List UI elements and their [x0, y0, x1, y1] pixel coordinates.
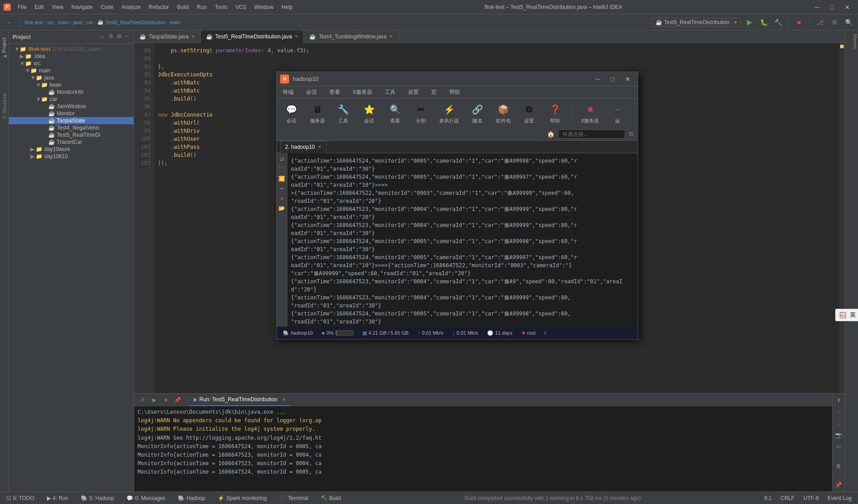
status-messages[interactable]: 💬 0: Messages [124, 494, 168, 502]
status-crlf[interactable]: CRLF [778, 494, 797, 502]
minimize-button[interactable]: ─ [811, 3, 824, 12]
menu-tools[interactable]: Tools [211, 2, 231, 12]
run-log4j-link[interactable]: http://logging.apache.org/log4j/1.2/faq.… [186, 435, 321, 441]
tree-main[interactable]: ▼ 📁 main [9, 67, 134, 74]
status-hadoop[interactable]: 🐘 5: Hadoop [78, 494, 117, 502]
hadoop-tool-search[interactable]: 🔍 查看 [384, 101, 406, 126]
maximize-button[interactable]: □ [826, 3, 838, 12]
side-btn-2[interactable]: ⬛ [278, 165, 286, 173]
stop-button[interactable]: ■ [793, 17, 805, 28]
hadoop-terminal-output[interactable]: {"actionTime":1686647524,"monitorId":"00… [287, 153, 638, 327]
tree-bean[interactable]: ▼ 📁 bean [9, 81, 134, 88]
hadoop-menu-xserver[interactable]: X服务器 [350, 88, 375, 97]
back-button[interactable]: ← [4, 17, 15, 28]
run-config-dropdown[interactable]: ☕ Test5_RealTimeDistribution ▾ [652, 18, 741, 27]
bc-java[interactable]: java [73, 20, 82, 25]
run-scroll-down[interactable]: ↓ [834, 419, 844, 428]
hadoop-menu-terminal[interactable]: 终端 [280, 88, 296, 97]
debug-button[interactable]: 🐛 [758, 17, 770, 28]
status-hadoop2[interactable]: 🐘 Hadoop [175, 494, 208, 502]
add-icon[interactable]: ＋ [99, 32, 106, 42]
hadoop-close-btn[interactable]: ✕ [622, 75, 634, 84]
status-eventlog[interactable]: Event Log [825, 494, 854, 502]
status-spark[interactable]: ⚡ Spark monitoring [215, 494, 269, 502]
hadoop-minimize-btn[interactable]: ─ [592, 75, 604, 84]
menu-run[interactable]: Run [193, 2, 210, 12]
hadoop-tool-helpbtn[interactable]: ❓ 帮助 [544, 101, 566, 126]
tree-taopaistate[interactable]: ▶ ☕ TaopaiState [9, 117, 134, 124]
project-tab[interactable]: ▶ Project [1, 34, 7, 63]
run-restart-btn[interactable]: ↺ [138, 395, 147, 405]
tree-src[interactable]: ▼ 📁 src [9, 60, 134, 67]
tree-tracertcar[interactable]: ▶ ☕ TracertCar [9, 139, 134, 146]
settings-icon[interactable]: ⚙ [108, 32, 114, 42]
tree-idea[interactable]: ▶ 📁 .idea [9, 53, 134, 60]
hadoop-menu-settings[interactable]: 设置 [405, 88, 421, 97]
refresh-icon[interactable]: ↻ [629, 130, 634, 138]
tree-jamwindow[interactable]: ▶ ☕ JamWindow [9, 103, 134, 110]
run-trash[interactable]: 🗑 [834, 461, 844, 471]
hadoop-tool-session[interactable]: 💬 会话 [280, 101, 303, 126]
run-scroll-top[interactable]: ⬆ [834, 395, 844, 405]
maven-tab[interactable]: Maven [845, 30, 858, 52]
close-button[interactable]: ✕ [840, 3, 854, 12]
hadoop-tool-cfg[interactable]: ⚙ 设置 [518, 101, 540, 126]
tree-monitorinfo[interactable]: ▶ ☕ MonitorInfo [9, 88, 134, 96]
status-run[interactable]: ▶ 4: Run [44, 494, 71, 502]
bc-method[interactable]: main [170, 20, 181, 25]
tree-day10work[interactable]: ▶ 📁 day10work [9, 146, 134, 153]
run-pin2[interactable]: 📌 [834, 480, 844, 490]
tree-day10610[interactable]: ▶ 📁 day10610 [9, 153, 134, 160]
hadoop-menu-tools[interactable]: 工具 [382, 88, 398, 97]
tab-taopaistate[interactable]: ☕ TaopaiState.java ✕ [134, 30, 201, 43]
run-pin-btn[interactable]: 📌 [172, 395, 182, 405]
tree-car[interactable]: ▼ 📁 car [9, 96, 134, 103]
tab-test4-close[interactable]: ✕ [389, 34, 393, 39]
status-terminal[interactable]: ⬛ Terminal [277, 494, 311, 502]
hadoop-maximize-btn[interactable]: □ [607, 75, 618, 84]
hadoop-tool-fav[interactable]: ⭐ 会话 [358, 101, 380, 126]
hadoop-tool-more[interactable]: → 远 [606, 101, 628, 126]
menu-view[interactable]: View [48, 2, 67, 12]
run-play-btn[interactable]: ▶ [149, 395, 159, 405]
bc-car[interactable]: car [86, 20, 93, 25]
collapse-icon[interactable]: ─ [124, 32, 130, 42]
status-position[interactable]: 9:1 [761, 494, 774, 502]
menu-bar[interactable]: File Edit View Navigate Code Analyze Ref… [14, 2, 296, 12]
menu-edit[interactable]: Edit [31, 2, 47, 12]
side-btn-5[interactable]: ● [278, 194, 286, 202]
window-controls[interactable]: ─ □ ✕ [811, 3, 854, 12]
expand-icon[interactable]: ⊞ [116, 32, 122, 42]
bc-main[interactable]: main [58, 20, 69, 25]
build-button[interactable]: 🔨 [772, 17, 784, 28]
hadoop-tab-1-close[interactable]: ✕ [318, 144, 321, 149]
hadoop-menu-macro[interactable]: 宏 [429, 88, 439, 97]
bc-class[interactable]: ☕Test5_RealTimeDistribution [97, 19, 165, 25]
menu-refactor[interactable]: Refactor [145, 2, 172, 12]
menu-analyze[interactable]: Analyze [118, 2, 144, 12]
tab-test5[interactable]: ☕ Test5_RealTimeDistribution.java ✕ [201, 30, 304, 43]
git-button[interactable]: ⎇ [814, 17, 826, 28]
hadoop-tool-server[interactable]: 🖥 服务器 [306, 101, 328, 126]
bc-src[interactable]: src [47, 20, 54, 25]
settings-button[interactable]: ⚙ [829, 17, 840, 28]
search-button[interactable]: 🔍 [843, 17, 854, 28]
run-stop-btn[interactable]: ■ [161, 395, 171, 405]
tab-taopaistate-close[interactable]: ✕ [191, 34, 195, 39]
hadoop-menu-view[interactable]: 查看 [327, 88, 343, 97]
hadoop-tool-tunnel[interactable]: 🔗 隧道 [466, 101, 488, 126]
hadoop-tool-xserver[interactable]: ✖ X服务器 [577, 101, 602, 126]
side-btn-3[interactable]: 🔀 [278, 175, 286, 183]
menu-file[interactable]: File [14, 2, 30, 12]
bc-project[interactable]: flink-test [25, 20, 43, 25]
hadoop-window-controls[interactable]: ─ □ ✕ [592, 75, 634, 84]
menu-build[interactable]: Build [173, 2, 193, 12]
run-scroll-up[interactable]: ↑ [834, 407, 844, 417]
run-tab-close[interactable]: ✕ [282, 396, 286, 403]
hadoop-tool-tools[interactable]: 🔧 工具 [332, 101, 354, 126]
tree-test5[interactable]: ▶ ☕ Test5_RealTimeDi [9, 131, 134, 139]
run-wrap[interactable]: ↩ [834, 442, 844, 452]
quick-connect-input[interactable] [558, 130, 625, 139]
tree-root[interactable]: ▼ 📁 flink-test D:\BD2302\BD_code\f [9, 46, 134, 53]
status-encoding[interactable]: UTF-8 [801, 494, 821, 502]
